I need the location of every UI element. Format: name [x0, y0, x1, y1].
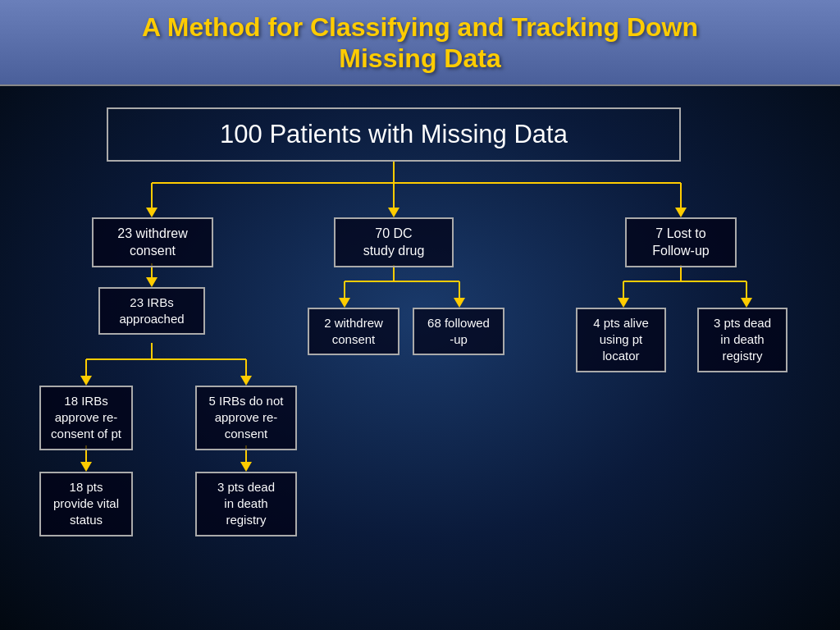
node-18-pts-vital-status: 18 pts provide vital status — [39, 472, 133, 536]
node-3-pts-dead-registry-2: 3 pts dead in death registry — [195, 472, 297, 536]
svg-marker-7 — [675, 208, 687, 217]
node-withdrew-consent: 23 withdrew consent — [92, 217, 213, 267]
node-dc-study-drug: 70 DC study drug — [334, 217, 454, 267]
diagram-wrapper: 100 Patients with Missing Data 23 withdr… — [25, 101, 815, 593]
node-2-withdrew-consent: 2 withdrew consent — [308, 308, 399, 356]
root-node: 100 Patients with Missing Data — [107, 107, 681, 162]
main-content: 100 Patients with Missing Data 23 withdr… — [0, 86, 840, 601]
svg-marker-23 — [339, 298, 350, 308]
header: A Method for Classifying and Tracking Do… — [0, 0, 840, 86]
node-4-pts-alive: 4 pts alive using pt locator — [576, 308, 666, 372]
node-5-irbs-not-approve: 5 IRBs do not approve re- consent — [195, 386, 297, 450]
svg-marker-3 — [146, 208, 158, 217]
svg-marker-13 — [80, 376, 92, 386]
node-3-pts-dead-registry-1: 3 pts dead in death registry — [697, 308, 788, 372]
svg-marker-9 — [146, 277, 158, 287]
svg-marker-17 — [80, 462, 92, 472]
node-68-followed-up: 68 followed -up — [413, 308, 504, 356]
node-lost-follow-up: 7 Lost to Follow-up — [625, 217, 737, 267]
svg-marker-29 — [618, 298, 629, 308]
svg-marker-15 — [240, 376, 252, 386]
svg-marker-5 — [388, 208, 399, 217]
node-irbs-approached: 23 IRBs approached — [98, 287, 205, 336]
header-title: A Method for Classifying and Tracking Do… — [16, 11, 824, 75]
node-18-irbs-approve: 18 IRBs approve re- consent of pt — [39, 386, 133, 450]
svg-marker-19 — [240, 462, 252, 472]
svg-marker-31 — [741, 298, 752, 308]
svg-marker-25 — [454, 298, 465, 308]
